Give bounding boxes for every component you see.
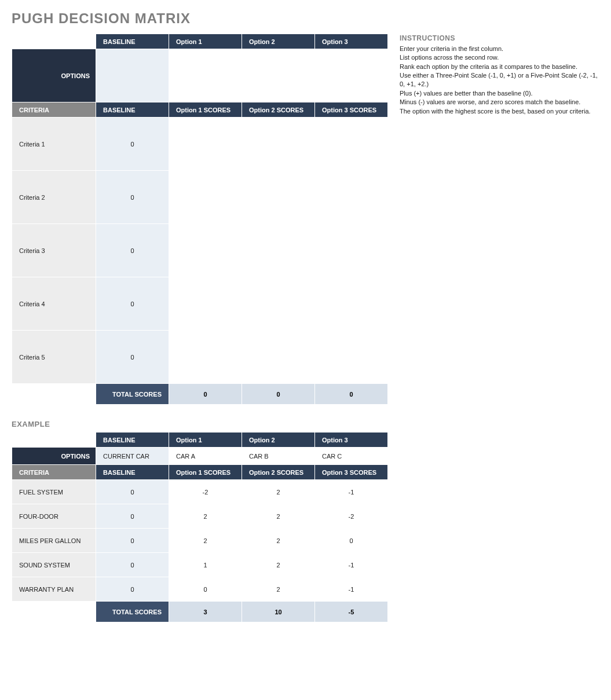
blank-corner — [12, 602, 96, 622]
total-label: TOTAL SCORES — [96, 384, 169, 405]
blank-corner — [12, 384, 96, 405]
score-cell: -2 — [169, 480, 242, 504]
baseline-value[interactable]: 0 — [96, 118, 169, 171]
col-header-baseline: BASELINE — [96, 34, 169, 49]
score-cell: -1 — [315, 553, 388, 577]
baseline-value: 0 — [96, 577, 169, 602]
criteria-name: WARRANTY PLAN — [12, 577, 96, 602]
score-cell[interactable] — [242, 171, 315, 224]
baseline-value[interactable]: 0 — [96, 171, 169, 224]
total-opt3: 0 — [315, 384, 388, 405]
score-cell[interactable] — [315, 224, 388, 277]
instructions-line: List options across the second row. — [400, 53, 599, 62]
score-cell[interactable] — [242, 277, 315, 331]
total-opt2: 10 — [242, 602, 315, 622]
instructions-line: Rank each option by the criteria as it c… — [400, 63, 599, 71]
score-header-opt3: Option 3 SCORES — [315, 102, 388, 118]
score-header-opt2: Option 2 SCORES — [242, 102, 315, 118]
score-cell[interactable] — [242, 331, 315, 384]
baseline-value: 0 — [96, 553, 169, 577]
col-header-baseline: BASELINE — [96, 433, 169, 448]
baseline-value: 0 — [96, 529, 169, 553]
score-cell: -2 — [315, 504, 388, 529]
criteria-col-header: CRITERIA — [12, 465, 96, 480]
score-cell[interactable] — [242, 224, 315, 277]
score-cell: 0 — [315, 529, 388, 553]
score-cell: 2 — [242, 504, 315, 529]
page-title: PUGH DECISION MATRIX — [12, 10, 599, 27]
baseline-value[interactable]: 0 — [96, 224, 169, 277]
score-header-opt1: Option 1 SCORES — [169, 102, 242, 118]
col-header-option3: Option 3 — [315, 34, 388, 49]
col-header-option1: Option 1 — [169, 34, 242, 49]
options-opt1-cell: CAR A — [169, 448, 242, 465]
score-cell[interactable] — [315, 171, 388, 224]
options-opt3-cell[interactable] — [315, 49, 388, 102]
options-row-label: OPTIONS — [12, 49, 96, 102]
score-header-opt1: Option 1 SCORES — [169, 465, 242, 480]
score-header-baseline: BASELINE — [96, 102, 169, 118]
blank-corner — [12, 34, 96, 49]
score-cell[interactable] — [169, 277, 242, 331]
score-cell[interactable] — [315, 277, 388, 331]
options-opt2-cell[interactable] — [242, 49, 315, 102]
criteria-name: FOUR-DOOR — [12, 504, 96, 529]
criteria-name: SOUND SYSTEM — [12, 553, 96, 577]
options-opt3-cell: CAR C — [315, 448, 388, 465]
col-header-option2: Option 2 — [242, 34, 315, 49]
score-cell[interactable] — [169, 118, 242, 171]
score-cell: -1 — [315, 577, 388, 602]
score-cell: 2 — [242, 553, 315, 577]
col-header-option1: Option 1 — [169, 433, 242, 448]
options-opt1-cell[interactable] — [169, 49, 242, 102]
score-cell[interactable] — [315, 331, 388, 384]
total-opt1: 3 — [169, 602, 242, 622]
score-cell: 2 — [242, 577, 315, 602]
criteria-col-header: CRITERIA — [12, 102, 96, 118]
criteria-name[interactable]: Criteria 3 — [12, 224, 96, 277]
criteria-name[interactable]: Criteria 2 — [12, 171, 96, 224]
instructions-panel: INSTRUCTIONS Enter your criteria in the … — [400, 34, 599, 116]
score-cell: 2 — [242, 480, 315, 504]
score-cell: 2 — [242, 529, 315, 553]
options-baseline-cell[interactable] — [96, 49, 169, 102]
main-matrix: BASELINE Option 1 Option 2 Option 3 OPTI… — [12, 34, 388, 405]
instructions-heading: INSTRUCTIONS — [400, 34, 599, 43]
baseline-value: 0 — [96, 480, 169, 504]
score-cell: -1 — [315, 480, 388, 504]
baseline-value: 0 — [96, 504, 169, 529]
total-label: TOTAL SCORES — [96, 602, 169, 622]
options-row-label: OPTIONS — [12, 448, 96, 465]
score-cell[interactable] — [315, 118, 388, 171]
criteria-name[interactable]: Criteria 1 — [12, 118, 96, 171]
score-cell[interactable] — [169, 171, 242, 224]
instructions-line: Minus (-) values are worse, and zero sco… — [400, 98, 599, 107]
score-cell: 2 — [169, 504, 242, 529]
score-cell: 2 — [169, 529, 242, 553]
score-cell: 0 — [169, 577, 242, 602]
total-opt2: 0 — [242, 384, 315, 405]
score-header-opt3: Option 3 SCORES — [315, 465, 388, 480]
baseline-value[interactable]: 0 — [96, 277, 169, 331]
score-header-opt2: Option 2 SCORES — [242, 465, 315, 480]
total-opt3: -5 — [315, 602, 388, 622]
instructions-line: Use either a Three-Point Scale (-1, 0, +… — [400, 71, 599, 89]
score-header-baseline: BASELINE — [96, 465, 169, 480]
score-cell[interactable] — [169, 224, 242, 277]
score-cell[interactable] — [169, 331, 242, 384]
options-opt2-cell: CAR B — [242, 448, 315, 465]
criteria-name: MILES PER GALLON — [12, 529, 96, 553]
criteria-name[interactable]: Criteria 5 — [12, 331, 96, 384]
instructions-line: Enter your criteria in the first column. — [400, 45, 599, 53]
criteria-name: FUEL SYSTEM — [12, 480, 96, 504]
score-cell: 1 — [169, 553, 242, 577]
score-cell[interactable] — [242, 118, 315, 171]
baseline-value[interactable]: 0 — [96, 331, 169, 384]
options-baseline-cell: CURRENT CAR — [96, 448, 169, 465]
instructions-line: Plus (+) values are better than the base… — [400, 89, 599, 98]
total-opt1: 0 — [169, 384, 242, 405]
blank-corner — [12, 433, 96, 448]
col-header-option2: Option 2 — [242, 433, 315, 448]
example-matrix: BASELINE Option 1 Option 2 Option 3 OPTI… — [12, 432, 388, 622]
criteria-name[interactable]: Criteria 4 — [12, 277, 96, 331]
